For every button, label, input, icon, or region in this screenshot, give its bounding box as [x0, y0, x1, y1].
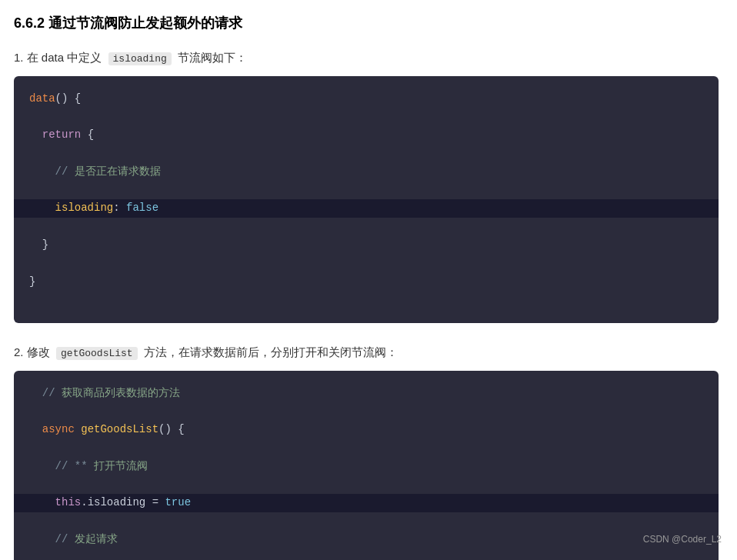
step2-instruction: 2. 修改 getGoodsList 方法，在请求数据前后，分别打开和关闭节流阀…: [14, 342, 719, 362]
section-title: 6.6.2 通过节流阀防止发起额外的请求: [14, 14, 719, 33]
code-content-2: // 获取商品列表数据的方法 async getGoodsList() { //…: [29, 385, 703, 560]
step1-inline-code: isloading: [108, 52, 172, 65]
step1-instruction: 1. 在 data 中定义 isloading 节流阀如下：: [14, 47, 719, 68]
code-block-2: // 获取商品列表数据的方法 async getGoodsList() { //…: [14, 371, 719, 560]
code-content-1: data() { return { // 是否正在请求数据 isloading:…: [29, 90, 703, 310]
step2-text-after: 方法，在请求数据前后，分别打开和关闭节流阀：: [144, 345, 398, 358]
step1-text-before: 1. 在 data 中定义: [14, 51, 102, 64]
step2-inline-code: getGoodsList: [56, 347, 138, 360]
code-block-1: data() { return { // 是否正在请求数据 isloading:…: [14, 76, 719, 324]
step1-text-after: 节流阀如下：: [178, 51, 247, 64]
watermark: CSDN @Coder_L2: [643, 534, 722, 545]
step2-text-before: 2. 修改: [14, 345, 50, 358]
